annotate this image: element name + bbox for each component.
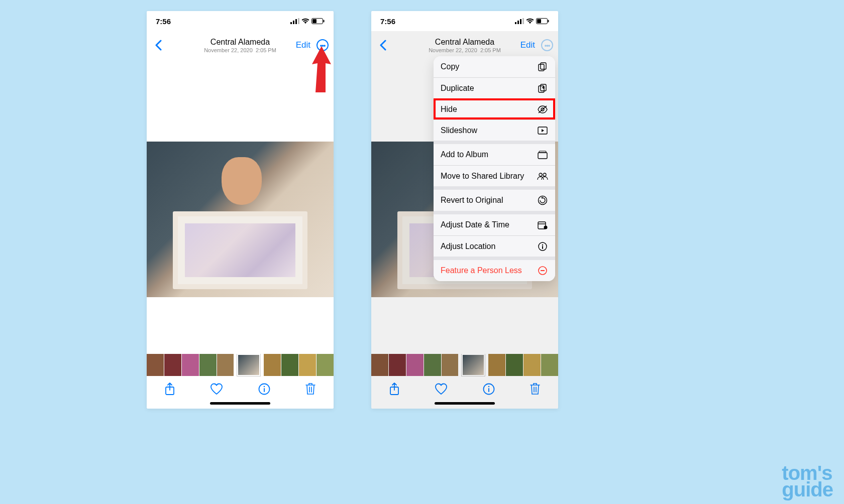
thumbnail[interactable]	[488, 354, 505, 376]
battery-icon	[536, 18, 549, 24]
share-button[interactable]	[389, 383, 400, 396]
svg-point-39	[544, 226, 548, 229]
status-time: 7:56	[380, 17, 395, 26]
svg-point-34	[543, 173, 546, 176]
thumbnail[interactable]	[264, 354, 281, 376]
thumbnail[interactable]	[406, 354, 424, 376]
menu-slideshow[interactable]: Slideshow	[434, 119, 555, 141]
menu-label: Feature a Person Less	[441, 266, 522, 275]
menu-label: Slideshow	[441, 126, 477, 135]
menu-copy[interactable]: Copy	[434, 56, 555, 77]
nav-subtitle: November 22, 2020 2:05 PM	[429, 47, 501, 53]
thumbnail-strip[interactable]	[371, 354, 558, 376]
people-icon	[537, 171, 548, 182]
share-icon	[389, 383, 400, 396]
menu-separator	[434, 141, 555, 144]
menu-revert[interactable]: Revert to Original	[434, 190, 555, 211]
thumbnail[interactable]	[217, 354, 234, 376]
svg-rect-2	[295, 19, 297, 24]
cellular-icon	[290, 18, 299, 24]
nav-title: Central Alameda	[429, 38, 501, 47]
thumbnail[interactable]	[147, 354, 164, 376]
status-time: 7:56	[156, 17, 171, 26]
menu-label: Adjust Location	[441, 242, 495, 251]
menu-add-to-album[interactable]: Add to Album	[434, 144, 555, 165]
trash-icon	[305, 383, 316, 396]
svg-rect-42	[542, 246, 543, 249]
menu-duplicate[interactable]: Duplicate	[434, 77, 555, 98]
menu-feature-person-less[interactable]: Feature a Person Less	[434, 260, 555, 281]
svg-rect-17	[537, 19, 541, 23]
info-button[interactable]	[258, 383, 270, 395]
thumbnail[interactable]	[541, 354, 558, 376]
edit-button[interactable]: Edit	[296, 40, 310, 50]
wifi-icon	[301, 18, 309, 24]
thumbnail[interactable]	[299, 354, 316, 376]
svg-rect-3	[298, 18, 299, 24]
more-button[interactable]: •••	[316, 39, 329, 51]
menu-adjust-location[interactable]: Adjust Location	[434, 235, 555, 257]
thumbnail-current[interactable]	[237, 354, 260, 376]
revert-icon	[537, 195, 548, 206]
status-indicators	[515, 18, 549, 24]
info-button[interactable]	[483, 383, 495, 395]
menu-separator	[434, 257, 555, 260]
nav-title-block: Central Alameda November 22, 2020 2:05 P…	[204, 38, 276, 53]
menu-adjust-date[interactable]: Adjust Date & Time	[434, 214, 555, 235]
delete-button[interactable]	[305, 383, 316, 396]
share-button[interactable]	[164, 383, 175, 396]
menu-label: Revert to Original	[441, 196, 503, 205]
info-icon	[483, 383, 495, 395]
menu-label: Adjust Date & Time	[441, 220, 509, 229]
home-indicator	[435, 402, 495, 405]
duplicate-icon	[537, 83, 548, 94]
thumbnail[interactable]	[523, 354, 541, 376]
svg-rect-12	[515, 22, 516, 24]
svg-rect-1	[293, 21, 294, 24]
delete-button[interactable]	[530, 383, 541, 396]
more-actions-menu: Copy Duplicate Hide Slideshow	[434, 56, 555, 281]
svg-rect-32	[539, 151, 546, 153]
more-button[interactable]: •••	[541, 39, 553, 51]
menu-label: Move to Shared Library	[441, 172, 524, 181]
cellular-icon	[515, 18, 524, 24]
thumbnail[interactable]	[316, 354, 334, 376]
thumbnail[interactable]	[199, 354, 217, 376]
thumbnail[interactable]	[281, 354, 298, 376]
thumbnail[interactable]	[389, 354, 406, 376]
battery-icon	[311, 18, 325, 24]
menu-move-to-shared[interactable]: Move to Shared Library	[434, 165, 555, 186]
favorite-button[interactable]	[435, 383, 448, 395]
thumbnail[interactable]	[424, 354, 441, 376]
photo-viewport[interactable]	[147, 59, 334, 354]
nav-bar: Central Alameda November 22, 2020 2:05 P…	[147, 31, 334, 59]
svg-rect-23	[539, 64, 544, 71]
edit-button[interactable]: Edit	[520, 40, 535, 50]
svg-marker-30	[542, 129, 544, 132]
thumbnail[interactable]	[442, 354, 459, 376]
svg-point-21	[488, 386, 489, 388]
thumbnail-strip[interactable]	[147, 354, 334, 376]
menu-separator	[434, 211, 555, 214]
menu-hide[interactable]: Hide	[434, 98, 555, 119]
bottom-toolbar	[371, 376, 558, 402]
thumbnail-current[interactable]	[462, 354, 485, 376]
thumbnail[interactable]	[506, 354, 523, 376]
status-indicators	[290, 18, 325, 24]
back-button[interactable]	[376, 40, 389, 51]
svg-rect-18	[548, 20, 549, 23]
svg-rect-24	[541, 63, 546, 69]
svg-rect-0	[290, 22, 292, 24]
thumbnail[interactable]	[371, 354, 388, 376]
minus-circle-icon	[537, 265, 548, 276]
favorite-button[interactable]	[210, 383, 223, 395]
back-button[interactable]	[152, 40, 165, 51]
home-indicator	[210, 402, 270, 405]
thumbnail[interactable]	[164, 354, 181, 376]
location-icon	[537, 241, 548, 252]
slideshow-icon	[537, 125, 548, 136]
nav-title: Central Alameda	[204, 38, 276, 47]
menu-separator	[434, 186, 555, 190]
calendar-icon	[537, 219, 548, 230]
thumbnail[interactable]	[182, 354, 199, 376]
